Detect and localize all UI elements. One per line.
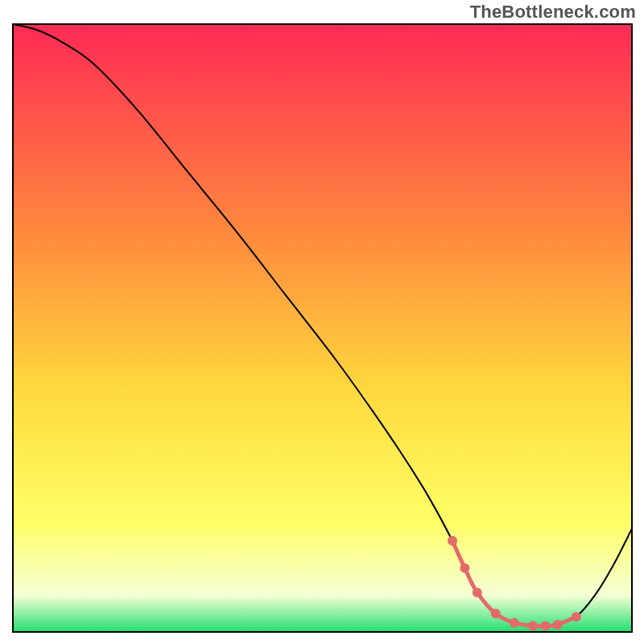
optimal-zone-marker [528, 621, 538, 630]
optimal-zone-marker [510, 618, 519, 628]
chart-gradient-background [13, 24, 632, 632]
optimal-zone-marker [473, 588, 482, 597]
bottleneck-chart [0, 0, 644, 644]
optimal-zone-marker [491, 609, 501, 618]
optimal-zone-marker [553, 620, 563, 630]
watermark: TheBottleneck.com [470, 2, 636, 23]
optimal-zone-marker [460, 564, 469, 573]
optimal-zone-marker [448, 536, 457, 546]
optimal-zone-marker [572, 612, 581, 621]
optimal-zone-marker [540, 621, 550, 630]
